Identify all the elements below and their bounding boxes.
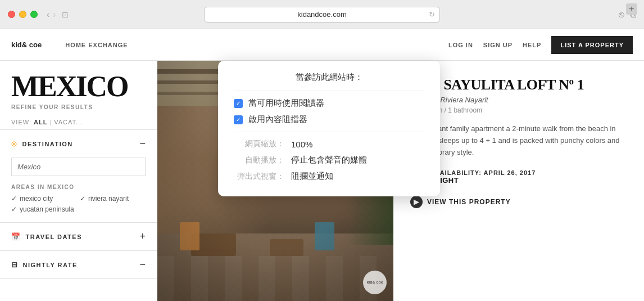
view-vacations[interactable]: VACAT... [54, 119, 83, 125]
popup-zoom-value: 100% [291, 140, 312, 149]
property-location: Sayulita, Riviera Nayarit [410, 96, 627, 104]
traffic-lights [8, 11, 38, 18]
areas-label: AREAS IN MEXICO [11, 184, 146, 190]
sidebar: MEXICO REFINE YOUR RESULTS VIEW: ALL | V… [0, 61, 157, 301]
popup-popup-value: 阻攔並通知 [291, 171, 333, 182]
page-title: MEXICO [0, 61, 157, 104]
property-price: $350 / NIGHT [410, 176, 627, 185]
share-icon[interactable]: ⎋ [619, 10, 624, 20]
nav-sign-up[interactable]: SIGN UP [483, 42, 513, 48]
travel-dates-header[interactable]: 📅 TRAVEL DATES + [0, 223, 157, 250]
address-bar[interactable]: kidandcoe.com ↻ [204, 7, 440, 23]
property-rooms: 1 bedroom / 1 bathroom [410, 106, 627, 114]
main-nav: HOME EXCHANGE [58, 42, 134, 48]
check-icon-1: ✓ [11, 195, 17, 203]
new-tab-button[interactable]: + [626, 3, 637, 15]
availability-label: NEXT AVAILABILITY: APRIL 26, 2017 [410, 169, 627, 176]
property-watermark: kid& coe [363, 271, 387, 294]
list-property-button[interactable]: LIST A PROPERTY [551, 36, 633, 54]
popup-popup-row: 彈出式視窗： 阻攔並通知 [234, 171, 424, 182]
nav-log-in[interactable]: LOG IN [448, 42, 473, 48]
area-check-riviera[interactable]: ✓ riviera nayarit [80, 195, 146, 203]
checkbox-2[interactable]: ✓ [234, 115, 243, 124]
destination-toggle-icon: − [139, 138, 146, 150]
popup-zoom-label: 網頁縮放： [234, 139, 284, 149]
nightly-rate-title: ⊟ NIGHTLY RATE [11, 260, 78, 269]
destination-filter-header[interactable]: ◎ DESTINATION − [0, 130, 157, 158]
refine-label: REFINE YOUR RESULTS [0, 104, 157, 115]
view-sep: | [49, 119, 52, 125]
popup-popup-label: 彈出式視窗： [234, 172, 284, 182]
destination-input[interactable] [11, 158, 146, 176]
popup-check-row-2[interactable]: ✓ 啟用內容阻擋器 [234, 114, 424, 125]
destination-filter-title: ◎ DESTINATION [11, 140, 73, 147]
nightly-rate-toggle-icon: − [139, 259, 146, 271]
forward-button[interactable]: › [53, 10, 56, 20]
destination-filter-body: AREAS IN MEXICO ✓ mexico city ✓ riviera … [0, 158, 157, 222]
calendar-icon: 📅 [11, 232, 21, 241]
nightly-rate-icon: ⊟ [11, 260, 19, 269]
travel-dates-title: 📅 TRAVEL DATES [11, 232, 82, 241]
popup-autoplay-label: 自動播放： [234, 155, 284, 165]
travel-dates-toggle-icon: + [139, 231, 146, 242]
reload-icon[interactable]: ↻ [429, 10, 435, 19]
area-name-1: mexico city [20, 195, 53, 203]
view-property-button[interactable]: ▶ VIEW THIS PROPERTY [410, 196, 511, 208]
popup-autoplay-row: 自動播放： 停止包含聲音的媒體 [234, 155, 424, 165]
view-btn-label: VIEW THIS PROPERTY [427, 198, 511, 206]
popup-title: 當參訪此網站時： [234, 72, 424, 83]
view-label: VIEW: [11, 119, 31, 125]
travel-dates-filter: 📅 TRAVEL DATES + [0, 223, 157, 251]
logo[interactable]: kid& coe [11, 41, 42, 50]
traffic-light-green[interactable] [30, 11, 38, 18]
area-name-2: riviera nayarit [88, 195, 129, 203]
nav-help[interactable]: HELP [523, 42, 541, 48]
url-text: kidandcoe.com [297, 10, 346, 19]
popup-divider-2 [234, 132, 424, 132]
check-label-2: 啟用內容阻擋器 [248, 114, 307, 125]
back-button[interactable]: ‹ [47, 10, 49, 20]
property-description: This vibrant family apartment a 2-minute… [410, 123, 627, 158]
nightly-rate-header[interactable]: ⊟ NIGHTLY RATE − [0, 251, 157, 278]
site-header: kid& coe HOME EXCHANGE LOG IN SIGN UP HE… [0, 29, 644, 61]
area-name-3: yucatan peninsula [20, 205, 74, 213]
traffic-light-yellow[interactable] [19, 11, 26, 18]
check-label-1: 當可用時使用閱讀器 [248, 98, 324, 109]
area-check-yucatan[interactable]: ✓ yucatan peninsula [11, 205, 77, 213]
site-settings-popup[interactable]: 當參訪此網站時： ✓ 當可用時使用閱讀器 ✓ 啟用內容阻擋器 網頁縮放： 100… [218, 61, 440, 196]
popup-zoom-row: 網頁縮放： 100% [234, 139, 424, 149]
destination-icon: ◎ [11, 140, 18, 147]
traffic-light-red[interactable] [8, 11, 15, 18]
nightly-rate-filter: ⊟ NIGHTLY RATE − [0, 251, 157, 279]
view-btn-circle: ▶ [410, 196, 423, 208]
check-icon-3: ✓ [11, 205, 17, 213]
browser-chrome: ‹ › ⊡ kidandcoe.com ↻ ⎋ ⧉ + [0, 0, 644, 29]
property-name: THE SAYULITA LOFT Nº 1 [410, 77, 627, 93]
area-checks: ✓ mexico city ✓ riviera nayarit ✓ yucata… [11, 195, 146, 213]
area-check-mexico-city[interactable]: ✓ mexico city [11, 195, 77, 203]
nav-home-exchange[interactable]: HOME EXCHANGE [58, 42, 134, 48]
checkbox-1[interactable]: ✓ [234, 99, 243, 108]
view-all[interactable]: ALL [34, 119, 47, 125]
sidebar-toggle-icon[interactable]: ⊡ [62, 10, 69, 19]
popup-autoplay-value: 停止包含聲音的媒體 [291, 155, 367, 165]
check-icon-2: ✓ [80, 195, 85, 203]
popup-check-row-1[interactable]: ✓ 當可用時使用閱讀器 [234, 98, 424, 109]
destination-filter: ◎ DESTINATION − AREAS IN MEXICO ✓ mexico… [0, 130, 157, 223]
view-toggle: VIEW: ALL | VACAT... [0, 115, 157, 130]
header-right-nav: LOG IN SIGN UP HELP LIST A PROPERTY [448, 36, 633, 54]
website: kid& coe HOME EXCHANGE LOG IN SIGN UP HE… [0, 29, 644, 301]
popup-divider-1 [234, 91, 424, 91]
